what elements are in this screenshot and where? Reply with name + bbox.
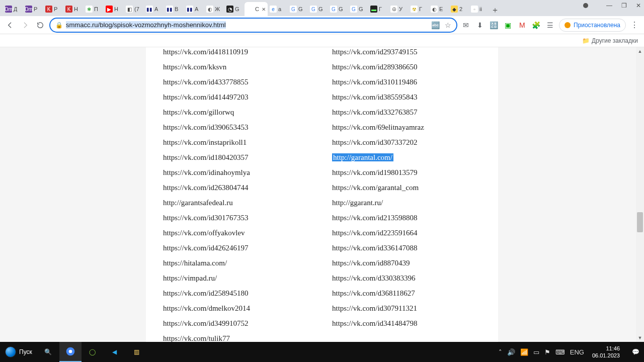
scam-link[interactable]: https://vk.com/id263804744 xyxy=(163,184,249,192)
scam-link[interactable]: https://vk.com/tulik77 xyxy=(163,334,230,342)
browser-tab[interactable]: ▬Г xyxy=(368,2,388,16)
close-window-button[interactable]: ✕ xyxy=(636,2,641,9)
action-center-button[interactable]: 💬 xyxy=(627,342,644,362)
bookmark-star-icon[interactable]: ☆ xyxy=(445,21,451,29)
start-button[interactable]: Пуск xyxy=(0,342,37,362)
taskbar-clock[interactable]: 11:46 06.01.2023 xyxy=(589,345,623,359)
mail-icon[interactable]: ✉ xyxy=(460,20,471,31)
scam-link[interactable]: https://vk.com/id258945180 xyxy=(163,289,249,297)
maximize-button[interactable]: ❐ xyxy=(621,2,627,9)
browser-tab[interactable]: KН xyxy=(63,2,84,16)
browser-tab[interactable]: ✱П xyxy=(84,2,104,16)
scam-link[interactable]: https://vk.com/garantal_com xyxy=(332,184,419,192)
browser-tab[interactable]: KР xyxy=(43,2,63,16)
address-bar[interactable]: 🔒 smmacc.ru/blog/spisok-vozmozhnyh-moshe… xyxy=(49,18,457,33)
scam-link[interactable]: https://vk.com/instaprikoll1 xyxy=(163,138,247,146)
reload-button[interactable] xyxy=(34,19,46,31)
scam-link[interactable]: https://vk.com/id289386650 xyxy=(332,63,418,71)
scam-link[interactable]: http://ggarant.ru/ xyxy=(332,199,383,207)
browser-tab[interactable]: DmР xyxy=(23,2,43,16)
scam-link[interactable]: https://vk.com/id418110919 xyxy=(163,48,248,56)
tray-chevron-icon[interactable]: ˄ xyxy=(499,348,502,356)
scam-link[interactable]: https://vk.com/id310119486 xyxy=(332,78,417,86)
tray-keyboard-icon[interactable]: ⌨ xyxy=(555,348,565,356)
scam-link[interactable]: http://garantal.com/ xyxy=(332,153,393,161)
new-tab-button[interactable]: ＋ xyxy=(489,4,501,16)
scam-link[interactable]: https://vk.com/id198013579 xyxy=(332,168,418,176)
browser-tab[interactable]: ☮У xyxy=(388,2,409,16)
taskbar-search-button[interactable]: 🔍 xyxy=(37,342,59,362)
gtranslate-ext-icon[interactable]: 🔠 xyxy=(489,20,500,31)
scroll-up-arrow[interactable]: ▲ xyxy=(636,47,644,55)
scam-link[interactable]: https://vk.com/id307911321 xyxy=(332,304,417,312)
taskbar-chrome-icon[interactable] xyxy=(59,342,82,362)
scam-link[interactable]: https://vk.com/id433778855 xyxy=(163,78,249,86)
extensions-icon[interactable]: 🧩 xyxy=(531,20,542,31)
browser-tab[interactable]: GG xyxy=(348,2,368,16)
other-bookmarks-folder[interactable]: 📁 Другие закладки xyxy=(582,37,638,44)
scam-link[interactable]: https://vk.com/69elitnayamraz xyxy=(332,123,424,131)
tray-battery-icon[interactable]: ▭ xyxy=(533,348,539,356)
scam-link[interactable]: https://vk.com/id414497203 xyxy=(163,93,249,101)
taskbar-telegram-icon[interactable]: ◀ xyxy=(104,342,126,362)
scam-link[interactable]: https://vk.com/d330383396 xyxy=(332,274,415,282)
browser-tab[interactable]: ▫ii xyxy=(469,2,489,16)
browser-tab[interactable]: GG xyxy=(288,2,308,16)
browser-tab[interactable]: ◐Ж xyxy=(204,2,224,16)
scam-link[interactable]: https://vk.com/id426246197 xyxy=(163,244,249,252)
vertical-scrollbar[interactable]: ▲ ▼ xyxy=(636,47,644,342)
tray-lang-indicator[interactable]: ENG xyxy=(570,348,584,356)
browser-tab[interactable]: Сп✕ xyxy=(245,2,268,16)
browser-tab[interactable]: GG xyxy=(308,2,328,16)
tray-volume-icon[interactable]: 🔊 xyxy=(507,348,515,356)
scam-link[interactable]: https://vk.com/id307337202 xyxy=(332,138,418,146)
download-icon[interactable]: ⬇ xyxy=(474,20,486,31)
scam-link[interactable]: https://vk.com/id180420357 xyxy=(163,153,249,161)
scam-link[interactable]: https://vk.com/id349910752 xyxy=(163,319,249,327)
browser-tab[interactable]: ◔G xyxy=(224,2,245,16)
browser-tab[interactable]: ▮▮А xyxy=(144,2,164,16)
scroll-down-arrow[interactable]: ▼ xyxy=(636,334,644,342)
browser-tab[interactable]: ▮▮А xyxy=(184,2,204,16)
scam-link[interactable]: https://vk.com/idinahoymlya xyxy=(163,168,250,176)
translate-icon[interactable]: 🔤 xyxy=(431,21,440,29)
taskbar-notepad-icon[interactable]: ▥ xyxy=(126,342,148,362)
scam-link[interactable]: https://vk.com/id8870439 xyxy=(332,259,410,267)
scam-link[interactable]: https://vk.com/id301767353 xyxy=(163,214,249,222)
scam-link[interactable]: https://vk.com/id336147088 xyxy=(332,244,418,252)
profile-paused-chip[interactable]: Приостановлена xyxy=(559,19,626,32)
ext-green-icon[interactable]: ▣ xyxy=(503,20,514,31)
reading-list-icon[interactable]: ☰ xyxy=(545,20,556,31)
scam-link[interactable]: https://vk.com/gillorwq xyxy=(163,108,234,116)
scam-link[interactable]: https://vk.com/id390653453 xyxy=(163,123,249,131)
scam-link[interactable]: https://hitalama.com/ xyxy=(163,259,227,267)
scam-link[interactable]: http://garantsafedeal.ru xyxy=(163,199,233,207)
tray-security-icon[interactable]: ⚑ xyxy=(544,348,550,356)
scam-link[interactable]: https://vk.com/id341484798 xyxy=(332,319,418,327)
browser-tab[interactable]: ea xyxy=(268,2,288,16)
tab-close-icon[interactable]: ✕ xyxy=(262,7,266,12)
browser-tab[interactable]: ▶Н xyxy=(104,2,124,16)
browser-tab[interactable]: ▮▮В xyxy=(164,2,184,16)
scam-link[interactable]: https://vimpad.ru/ xyxy=(163,274,217,282)
browser-tab[interactable]: ◐E xyxy=(429,2,449,16)
forward-button[interactable] xyxy=(19,19,31,31)
back-button[interactable] xyxy=(4,19,16,31)
scam-link[interactable]: https://vk.com/d368118627 xyxy=(332,289,415,297)
scam-link[interactable]: https://vk.com/id332763857 xyxy=(332,108,418,116)
browser-tab[interactable]: ◆2 xyxy=(449,2,469,16)
browser-tab[interactable]: DmД xyxy=(3,2,23,16)
gmail-icon[interactable]: M xyxy=(517,20,528,31)
tray-network-icon[interactable]: 📶 xyxy=(520,348,528,356)
scam-link[interactable]: https://vk.com/id223591664 xyxy=(332,229,418,237)
scam-link[interactable]: https://vk.com/id213598808 xyxy=(332,214,418,222)
scam-link[interactable]: https://vk.com/id385595843 xyxy=(332,93,418,101)
scam-link[interactable]: https://vk.com/dmelkov2014 xyxy=(163,304,250,312)
browser-tab[interactable]: ☢Г xyxy=(409,2,429,16)
scam-link[interactable]: https://vk.com/kksvn xyxy=(163,63,226,71)
browser-tab[interactable]: ◧(7 xyxy=(124,2,144,16)
taskbar-utorrent-icon[interactable]: ◯ xyxy=(82,342,104,362)
scam-link[interactable]: https://vk.com/offyakovlev xyxy=(163,229,245,237)
browser-menu-button[interactable]: ⋮ xyxy=(629,20,640,30)
scam-link[interactable]: https://vk.com/id293749155 xyxy=(332,48,418,56)
